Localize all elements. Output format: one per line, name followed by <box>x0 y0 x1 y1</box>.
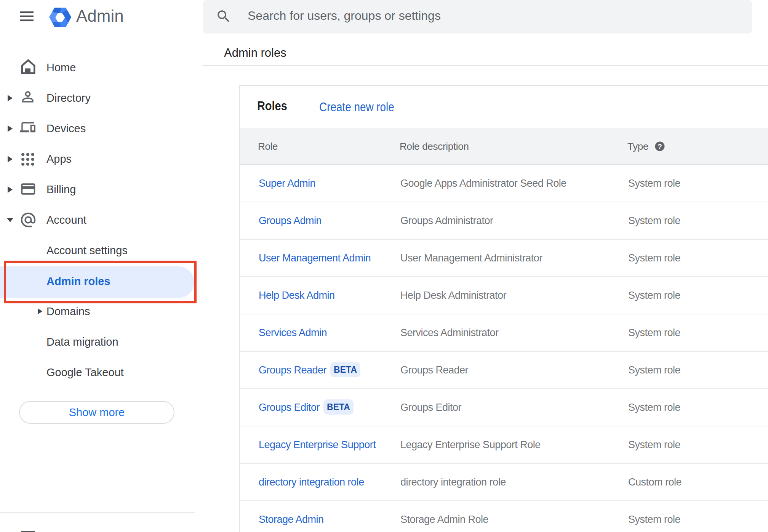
svg-text:?: ? <box>658 143 662 151</box>
